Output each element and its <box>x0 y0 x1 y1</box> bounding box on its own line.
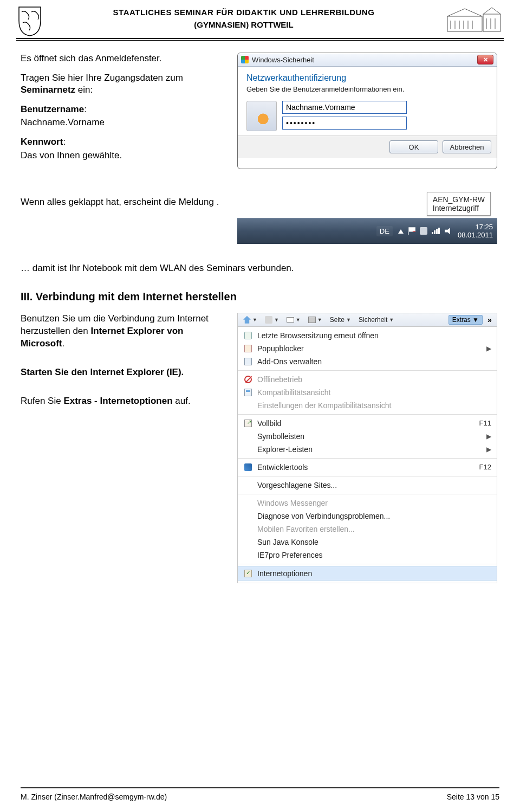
home-icon <box>243 316 251 324</box>
credential-image <box>246 101 277 131</box>
menu-item-label: Popupblocker <box>257 344 482 353</box>
menu-item-label: Symbolleisten <box>257 432 482 441</box>
dialog-subtext: Geben Sie die Benutzeranmeldeinformation… <box>246 85 488 93</box>
tooltip-line1: AEN_GYM-RW <box>433 195 485 204</box>
menu-item[interactable]: Internetoptionen <box>238 566 497 581</box>
mail-icon <box>287 317 294 323</box>
action-center-icon[interactable] <box>408 227 415 235</box>
menu-separator <box>238 564 497 564</box>
menu-item-label: Diagnose von Verbindungsproblemen... <box>257 512 491 520</box>
connected-text: … damit ist Ihr Notebook mit dem WLAN de… <box>21 262 499 274</box>
crest-icon <box>16 4 43 37</box>
password-input[interactable]: •••••••• <box>282 117 407 130</box>
menu-item-label: Entwicklertools <box>257 463 475 472</box>
opt-icon <box>243 570 253 577</box>
menu-item[interactable]: Diagnose von Verbindungsproblemen... <box>238 510 497 523</box>
menu-shortcut: F11 <box>479 419 491 427</box>
menu-item[interactable]: Popupblocker▶ <box>238 342 497 355</box>
submenu-arrow-icon: ▶ <box>486 446 491 453</box>
clock[interactable]: 17:25 08.01.2011 <box>458 223 493 240</box>
sec3-p1: Benutzen Sie um die Verbindung zum Inter… <box>21 313 221 350</box>
mail-button[interactable]: ▼ <box>284 316 303 324</box>
menu-item-label: Internetoptionen <box>257 569 491 578</box>
menu-separator <box>238 414 497 415</box>
print-icon <box>308 317 316 323</box>
menu-item[interactable]: Sun Java Konsole <box>238 536 497 549</box>
wifi-tooltip: AEN_GYM-RW Internetzugriff <box>427 192 491 216</box>
menu-item: Kompatibilitätsansicht <box>238 386 497 399</box>
menu-item-label: Windows Messenger <box>257 499 491 507</box>
volume-icon[interactable] <box>445 228 452 234</box>
full-icon <box>243 420 253 427</box>
sicherheit-button[interactable]: Sicherheit▼ <box>356 315 396 325</box>
taskbar-wrap: AEN_GYM-RW Internetzugriff DE 17:25 08.0… <box>237 196 497 244</box>
building-icon <box>444 4 504 35</box>
sec3-p2: Starten Sie den Internet Explorer (IE). <box>21 366 221 379</box>
extras-button[interactable]: Extras ▼ <box>448 315 483 325</box>
menu-item-label: Mobilen Favoriten erstellen... <box>257 525 491 533</box>
menu-item[interactable]: VollbildF11 <box>238 417 497 430</box>
menu-item[interactable]: Vorgeschlagene Sites... <box>238 479 497 492</box>
menu-separator <box>238 370 497 371</box>
close-button[interactable]: ✕ <box>477 55 493 65</box>
menu-item-label: Sun Java Konsole <box>257 538 491 546</box>
menu-separator <box>238 458 497 459</box>
wifi-icon[interactable] <box>432 228 440 234</box>
footer-right: Seite 13 von 15 <box>447 792 499 801</box>
menu-item-label: Letzte Browsersitzung erneut öffnen <box>257 331 491 340</box>
menu-item-label: Vorgeschlagene Sites... <box>257 481 491 489</box>
rss-button[interactable]: ▼ <box>263 315 281 325</box>
intro-p4: Kennwort: <box>21 136 221 148</box>
menu-item[interactable]: Letzte Browsersitzung erneut öffnen <box>238 329 497 342</box>
header-rule-1 <box>16 38 504 39</box>
dialog-title: Windows-Sicherheit <box>252 56 474 64</box>
ie-toolbar: ▼ ▼ ▼ ▼ Seite▼ Sicherheit▼ Extras ▼ » <box>238 313 497 327</box>
home-button[interactable]: ▼ <box>241 315 259 325</box>
footer-left: M. Zinser (Zinser.Manfred@semgym-rw.de) <box>21 792 167 801</box>
lang-indicator[interactable]: DE <box>376 226 393 236</box>
submenu-arrow-icon: ▶ <box>486 433 491 440</box>
menu-item: Einstellungen der Kompatibilitätsansicht <box>238 399 497 412</box>
offline-icon <box>243 376 253 383</box>
menu-item-label: Offlinebetrieb <box>257 375 491 384</box>
menu-item[interactable]: Add-Ons verwalten <box>238 355 497 368</box>
menu-item: Offlinebetrieb <box>238 373 497 386</box>
menu-separator <box>238 476 497 476</box>
submenu-arrow-icon: ▶ <box>486 345 491 352</box>
compat-icon <box>243 389 253 396</box>
tray-up-icon[interactable] <box>398 228 404 234</box>
power-icon[interactable] <box>420 227 427 235</box>
intro-p3b: Nachname.Vorname <box>21 117 221 128</box>
menu-shortcut: F12 <box>479 463 491 471</box>
header-title-2: (GYMNASIEN) ROTTWEIL <box>51 20 437 29</box>
svg-rect-0 <box>447 16 482 31</box>
intro-p2: Tragen Sie hier Ihre Zugangsdaten zum Se… <box>21 72 221 96</box>
shield-icon <box>241 56 249 63</box>
popup-icon <box>243 345 253 352</box>
menu-item[interactable]: EntwicklertoolsF12 <box>238 461 497 474</box>
dev-icon <box>243 463 253 471</box>
intro-p3: Benutzername: <box>21 104 221 115</box>
section-3-heading: III. Verbindung mit dem Internet herstel… <box>21 291 499 303</box>
menu-item[interactable]: Explorer-Leisten▶ <box>238 443 497 456</box>
chevron-icon[interactable]: » <box>486 315 493 324</box>
ok-button[interactable]: OK <box>389 140 438 153</box>
menu-item-label: Einstellungen der Kompatibilitätsansicht <box>257 401 491 410</box>
svg-rect-1 <box>483 14 500 31</box>
cancel-button[interactable]: Abbrechen <box>443 140 491 153</box>
seite-button[interactable]: Seite▼ <box>328 315 353 325</box>
username-input[interactable]: Nachname.Vorname <box>282 101 407 114</box>
addon-icon <box>243 358 253 365</box>
taskbar: DE 17:25 08.01.2011 <box>237 218 497 244</box>
row2-text: Wenn alles geklappt hat, erscheint die M… <box>21 196 221 244</box>
menu-item: Mobilen Favoriten erstellen... <box>238 523 497 536</box>
ie-extras-menu: ▼ ▼ ▼ ▼ Seite▼ Sicherheit▼ Extras ▼ » Le… <box>237 313 497 583</box>
header-title-1: STAATLICHES SEMINAR FÜR DIDAKTIK UND LEH… <box>51 8 437 17</box>
menu-item[interactable]: Symbolleisten▶ <box>238 430 497 443</box>
page-header: STAATLICHES SEMINAR FÜR DIDAKTIK UND LEH… <box>0 0 520 37</box>
menu-item[interactable]: IE7pro Preferences <box>238 549 497 562</box>
intro-p1: Es öffnet sich das Anmeldefenster. <box>21 53 221 65</box>
hist-icon <box>243 332 253 339</box>
menu-separator <box>238 494 497 494</box>
print-button[interactable]: ▼ <box>306 315 324 324</box>
